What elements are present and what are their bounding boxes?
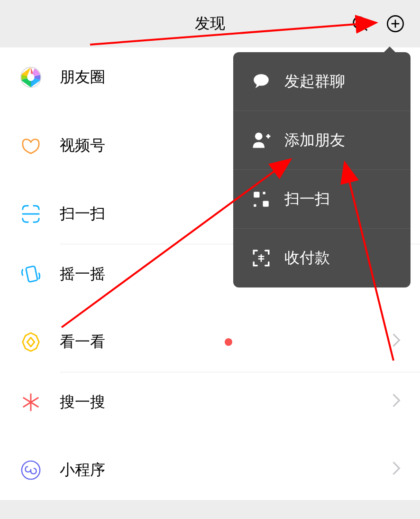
list-group-stories-search: 看一看	[0, 312, 420, 432]
svg-line-14	[24, 402, 31, 407]
svg-line-12	[31, 402, 38, 407]
header-actions	[350, 13, 406, 34]
channels-icon	[19, 134, 43, 158]
add-friend-icon	[250, 130, 272, 151]
payment-icon	[250, 247, 272, 269]
popup-item-add-friend[interactable]: 添加朋友	[233, 111, 411, 170]
search-icon	[351, 15, 369, 33]
popup-item-group-chat[interactable]: 发起群聊	[233, 52, 411, 111]
miniprogram-circle-icon	[20, 459, 42, 481]
search-item-icon	[19, 390, 43, 414]
chevron-right-icon	[392, 393, 401, 412]
camera-aperture-icon	[20, 66, 42, 88]
list-group-miniprogram: 小程序	[0, 440, 420, 500]
plus-menu-popup: 发起群聊 添加朋友 扫一扫	[233, 52, 411, 287]
plus-button[interactable]	[385, 13, 406, 34]
search-button[interactable]	[350, 13, 371, 34]
svg-line-1	[363, 27, 367, 30]
popup-item-payment[interactable]: 收付款	[233, 229, 411, 287]
shake-phone-icon	[20, 263, 42, 285]
plus-circle-icon	[386, 14, 405, 33]
shake-icon	[19, 262, 43, 286]
video-channel-icon	[20, 135, 42, 157]
add-friend-label: 添加朋友	[284, 130, 345, 151]
moments-icon	[19, 65, 43, 89]
popup-item-scan[interactable]: 扫一扫	[233, 170, 411, 229]
scan-icon	[19, 202, 43, 226]
chevron-right-icon	[392, 333, 401, 352]
topstories-label: 看一看	[60, 332, 219, 352]
miniprogram-icon	[19, 458, 43, 482]
notification-dot	[225, 338, 232, 346]
svg-rect-24	[254, 204, 256, 206]
svg-point-18	[255, 132, 263, 140]
list-item-topstories[interactable]: 看一看	[0, 312, 420, 372]
miniprogram-label: 小程序	[60, 460, 392, 481]
svg-point-0	[354, 17, 365, 28]
scan-qr-icon	[20, 203, 42, 225]
spark-icon	[20, 391, 42, 413]
hexagon-star-icon	[20, 331, 42, 353]
topstories-icon	[19, 330, 43, 354]
payment-label: 收付款	[284, 248, 330, 269]
svg-line-11	[31, 398, 38, 402]
svg-rect-22	[263, 201, 269, 206]
chevron-right-icon	[392, 461, 401, 480]
search-label: 搜一搜	[60, 392, 392, 413]
chat-bubble-icon	[250, 71, 272, 93]
header-title: 发现	[195, 13, 225, 34]
svg-rect-9	[26, 266, 37, 282]
svg-line-15	[24, 398, 31, 402]
list-item-search[interactable]: 搜一搜	[60, 372, 420, 432]
svg-point-17	[254, 74, 269, 86]
list-item-miniprogram[interactable]: 小程序	[0, 440, 420, 500]
svg-rect-23	[263, 192, 265, 194]
svg-point-7	[27, 74, 34, 81]
group-chat-label: 发起群聊	[284, 71, 345, 92]
header: 发现	[0, 0, 420, 47]
svg-rect-21	[254, 192, 259, 197]
popup-scan-icon	[250, 188, 272, 210]
popup-scan-label: 扫一扫	[284, 189, 330, 210]
